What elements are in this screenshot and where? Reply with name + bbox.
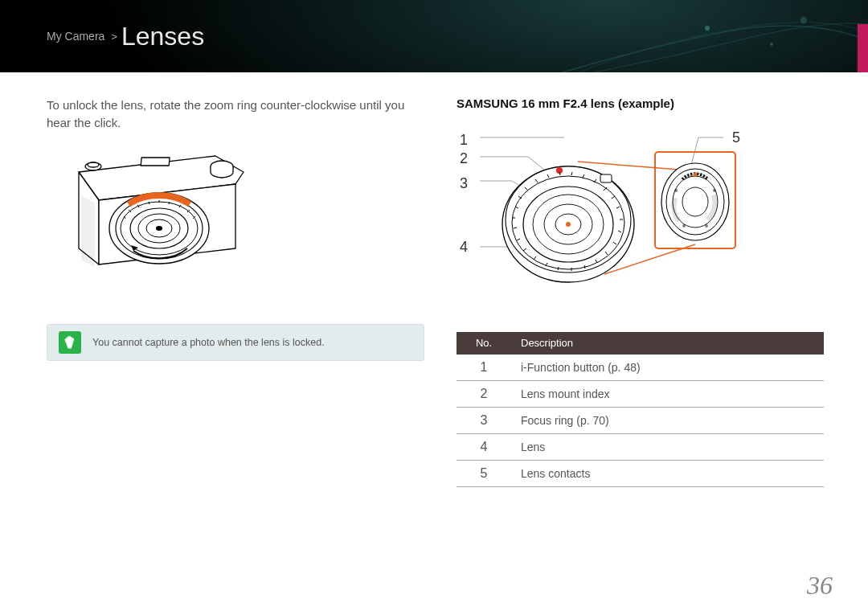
cell-desc: Lens mount index — [511, 381, 824, 408]
camera-illustration — [55, 140, 264, 304]
breadcrumb-arrow: > — [111, 31, 117, 43]
left-column: To unlock the lens, rotate the zoom ring… — [47, 96, 424, 487]
svg-point-78 — [682, 224, 686, 228]
note-box: You cannot capture a photo when the lens… — [47, 324, 424, 361]
svg-point-79 — [705, 224, 708, 228]
cell-desc: Focus ring (p. 70) — [511, 408, 824, 434]
page-number: 36 — [807, 571, 833, 601]
cell-desc: i-Function button (p. 48) — [511, 355, 824, 381]
intro-text: To unlock the lens, rotate the zoom ring… — [47, 96, 424, 132]
header-swirl-graphic — [563, 0, 868, 72]
svg-point-75 — [694, 173, 698, 177]
callout-2: 2 — [460, 150, 476, 167]
svg-point-77 — [713, 189, 716, 192]
svg-point-74 — [682, 187, 708, 216]
table-row: 2 Lens mount index — [457, 381, 824, 408]
pink-side-tab — [858, 24, 868, 72]
cell-no: 3 — [457, 408, 511, 434]
header-no: No. — [457, 332, 511, 355]
note-icon — [59, 331, 81, 354]
svg-point-23 — [156, 226, 162, 231]
note-text: You cannot capture a photo when the lens… — [92, 337, 325, 348]
callout-4: 4 — [460, 239, 476, 256]
cell-no: 2 — [457, 381, 511, 408]
svg-point-4 — [88, 162, 99, 167]
cell-no: 5 — [457, 461, 511, 487]
svg-point-2 — [800, 17, 807, 23]
breadcrumb: My Camera — [47, 30, 104, 43]
lens-svg: 5 — [480, 120, 745, 308]
callout-1: 1 — [460, 132, 476, 149]
cell-no: 4 — [457, 434, 511, 461]
table-row: 1 i-Function button (p. 48) — [457, 355, 824, 381]
table-row: 5 Lens contacts — [457, 461, 824, 487]
header-bar: My Camera > Lenses — [0, 0, 868, 72]
table-row: 4 Lens — [457, 434, 824, 461]
svg-rect-6 — [141, 158, 170, 166]
diagram-labels-left: 1 2 3 4 — [460, 120, 476, 308]
table-header-row: No. Description — [457, 332, 824, 355]
svg-point-76 — [674, 189, 678, 192]
description-table: No. Description 1 i-Function button (p. … — [457, 332, 824, 487]
cell-desc: Lens — [511, 434, 824, 461]
callout-5: 5 — [732, 129, 740, 146]
right-column: SAMSUNG 16 mm F2.4 lens (example) 1 2 3 … — [457, 96, 824, 487]
callout-3: 3 — [460, 175, 476, 192]
content-area: To unlock the lens, rotate the zoom ring… — [0, 72, 868, 487]
svg-rect-7 — [81, 195, 95, 268]
lens-diagram: 1 2 3 4 5 — [460, 120, 824, 308]
page-title: Lenses — [121, 22, 204, 51]
table-row: 3 Focus ring (p. 70) — [457, 408, 824, 434]
svg-point-1 — [770, 43, 773, 46]
cell-desc: Lens contacts — [511, 461, 824, 487]
header-desc: Description — [511, 332, 824, 355]
lens-example-title: SAMSUNG 16 mm F2.4 lens (example) — [457, 96, 824, 110]
svg-rect-37 — [600, 174, 612, 182]
svg-point-69 — [566, 222, 571, 227]
cell-no: 1 — [457, 355, 511, 381]
svg-point-0 — [705, 26, 710, 31]
